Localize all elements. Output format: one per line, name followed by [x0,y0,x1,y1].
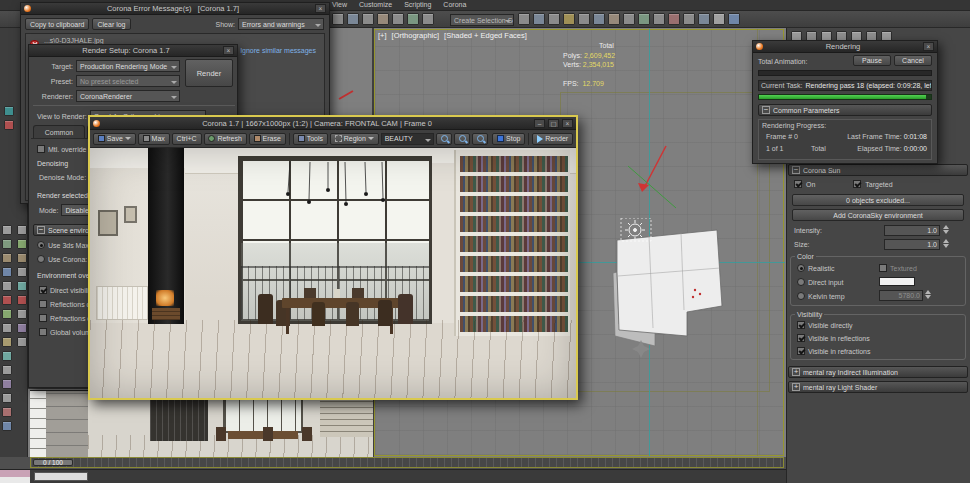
menu-customize[interactable]: Customize [359,1,392,8]
timeline-track[interactable]: 0 / 100 [30,457,784,468]
target-dropdown[interactable]: Production Rendering Mode [76,60,180,72]
intensity-spinner[interactable] [943,225,949,234]
toolbar-icon-b-2[interactable] [533,13,545,25]
textured-checkbox[interactable] [879,264,887,272]
toolbar-icon-b-7[interactable] [608,13,620,25]
copy-to-clipboard-button[interactable]: Copy to clipboard [25,18,89,30]
left-toolbar-top-icon-1[interactable] [4,106,14,116]
zoom-in-button[interactable] [472,133,488,145]
toolbar-icon-a-5[interactable] [392,13,404,25]
left-toolbar-icon-24[interactable] [17,337,27,347]
channel-dropdown[interactable]: BEAUTY [381,133,435,145]
kelvin-radio[interactable] [797,292,805,300]
toolbar-icon-b-12[interactable] [683,13,695,25]
toolbar-icon-b-3[interactable] [548,13,560,25]
maximize-icon[interactable] [548,119,559,128]
size-field[interactable]: 1.0 [884,239,940,250]
cancel-button[interactable]: Cancel [894,55,932,66]
reflections-override-checkbox[interactable] [39,300,47,308]
left-toolbar-icon-16[interactable] [17,225,27,235]
close-icon[interactable] [923,42,934,51]
close-icon[interactable] [223,46,234,55]
vfb-titlebar[interactable]: Corona 1.7 | 1667x1000px (1:2) | Camera:… [90,117,576,130]
viewport-camera[interactable] [30,390,373,457]
scene-model-plan[interactable] [583,218,748,363]
max-button[interactable]: Max [138,133,170,145]
left-toolbar-icon-10[interactable] [2,351,12,361]
sun-targeted-checkbox[interactable] [853,180,861,188]
visible-directly-checkbox[interactable] [797,321,805,329]
toolbar-icon-b-14[interactable] [713,13,725,25]
left-toolbar-icon-2[interactable] [2,239,12,249]
left-toolbar-icon-18[interactable] [17,253,27,263]
named-selection-set-dropdown[interactable]: Create Selection Set [450,14,514,26]
refractions-override-checkbox[interactable] [39,314,47,322]
left-toolbar-icon-19[interactable] [17,267,27,277]
toolbar-icon-b-10[interactable] [653,13,665,25]
kelvin-field[interactable]: 5780.0 [879,290,923,301]
copy-button[interactable]: Ctrl+C [172,133,202,145]
corona-sun-rollout[interactable]: Corona Sun [788,164,968,176]
visible-refractions-checkbox[interactable] [797,347,805,355]
render-button-vfb[interactable]: Render [532,133,573,145]
ignore-similar-link[interactable]: Ignore similar messages [240,47,316,54]
maxscript-listener-white[interactable] [0,477,30,483]
progress-titlebar[interactable]: Rendering [753,41,937,53]
toolbar-icon-a-3[interactable] [362,13,374,25]
tab-common[interactable]: Common [33,125,85,138]
toolbar-icon-b-6[interactable] [593,13,605,25]
menu-view[interactable]: View [332,1,347,8]
direct-input-radio[interactable] [797,278,805,286]
viewport-menu-shading[interactable]: [Shaded + Edged Faces] [444,31,527,40]
use-corona-radio[interactable] [37,255,45,263]
sun-on-checkbox[interactable] [794,180,802,188]
left-toolbar-icon-7[interactable] [2,309,12,319]
show-filter-dropdown[interactable]: Errors and warnings [238,18,324,30]
left-toolbar-icon-1[interactable] [2,225,12,235]
collapse-icon[interactable] [792,166,800,174]
region-button[interactable]: Region [330,133,379,145]
left-toolbar-icon-22[interactable] [17,309,27,319]
left-toolbar-icon-4[interactable] [2,267,12,277]
left-toolbar-icon-13[interactable] [2,393,12,403]
tools-button[interactable]: Tools [293,133,328,145]
mr-shader-rollout[interactable]: mental ray Light Shader [788,381,968,393]
error-window-titlebar[interactable]: Corona Error Message(s) [Corona 1.7] [21,3,329,15]
color-swatch[interactable] [879,277,915,286]
refresh-button[interactable]: Refresh [204,133,247,145]
clear-log-button[interactable]: Clear log [92,18,130,30]
toolbar-icon-b-5[interactable] [578,13,590,25]
viewport-menu-pov[interactable]: [Orthographic] [392,31,440,40]
toolbar-icon-b-8[interactable] [623,13,635,25]
left-toolbar-icon-8[interactable] [2,323,12,333]
left-toolbar-top-icon-2[interactable] [4,120,14,130]
exclude-objects-button[interactable]: 0 objects excluded... [792,194,964,206]
toolbar-icon-a-6[interactable] [407,13,419,25]
size-spinner[interactable] [943,239,949,248]
left-toolbar-icon-9[interactable] [2,337,12,347]
render-button[interactable]: Render [185,59,233,87]
left-toolbar-icon-5[interactable] [2,281,12,291]
expand-icon[interactable] [792,383,800,391]
intensity-field[interactable]: 1.0 [884,225,940,236]
collapse-icon[interactable] [762,106,770,114]
common-parameters-rollout[interactable]: Common Parameters [758,104,932,116]
direct-visibility-checkbox[interactable] [39,286,47,294]
close-icon[interactable] [562,119,573,128]
rendered-image[interactable] [90,148,576,398]
mtl-override-checkbox[interactable] [37,145,45,153]
left-toolbar-icon-3[interactable] [2,253,12,263]
menu-scripting[interactable]: Scripting [404,1,431,8]
left-toolbar-icon-17[interactable] [17,239,27,249]
mr-indirect-rollout[interactable]: mental ray Indirect Illumination [788,366,968,378]
zoom-out-button[interactable] [436,133,452,145]
left-toolbar-icon-11[interactable] [2,365,12,375]
visible-reflections-checkbox[interactable] [797,334,805,342]
collapse-icon[interactable] [37,226,45,234]
realistic-radio[interactable] [797,264,805,272]
left-toolbar-icon-23[interactable] [17,323,27,333]
toolbar-icon-b-13[interactable] [698,13,710,25]
status-field[interactable] [34,472,88,481]
add-corona-sky-button[interactable]: Add CoronaSky environment [792,209,964,221]
left-toolbar-icon-15[interactable] [2,421,12,431]
